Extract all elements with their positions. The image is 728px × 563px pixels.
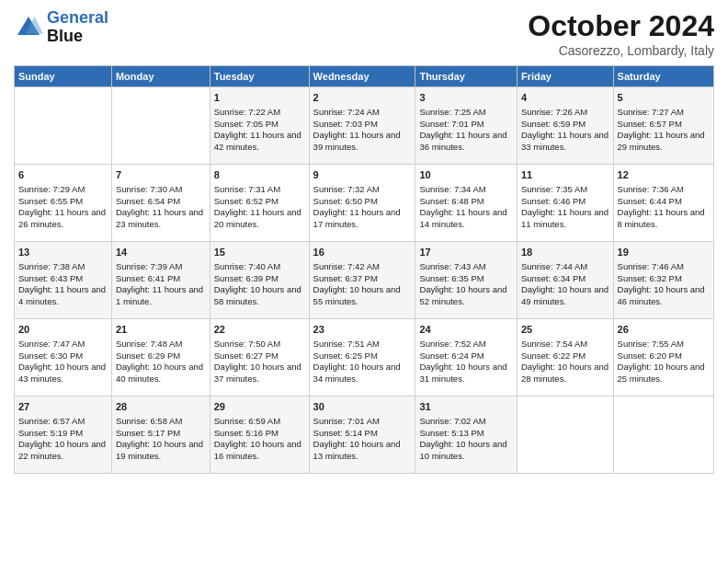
day-info: Daylight: 10 hours and 31 minutes. — [419, 362, 513, 385]
day-info: Sunset: 6:34 PM — [521, 273, 609, 285]
day-info: Sunrise: 7:27 AM — [618, 107, 710, 119]
day-info: Daylight: 11 hours and 29 minutes. — [618, 130, 710, 154]
day-info: Sunrise: 7:54 AM — [521, 339, 609, 350]
day-info: Sunset: 6:39 PM — [214, 273, 305, 285]
day-info: Sunrise: 7:02 AM — [419, 416, 513, 428]
day-info: Sunset: 6:59 PM — [521, 119, 609, 131]
day-info: Daylight: 10 hours and 58 minutes. — [214, 284, 305, 308]
day-number: 3 — [419, 91, 513, 105]
day-info: Daylight: 11 hours and 4 minutes. — [18, 284, 108, 308]
day-info: Daylight: 11 hours and 36 minutes. — [419, 130, 513, 154]
day-info: Daylight: 11 hours and 17 minutes. — [313, 207, 412, 231]
day-info: Sunrise: 6:59 AM — [214, 416, 305, 428]
day-number: 30 — [313, 400, 412, 414]
day-info: Sunset: 6:24 PM — [419, 350, 513, 362]
calendar-cell: 29Sunrise: 6:59 AMSunset: 5:16 PMDayligh… — [210, 396, 309, 474]
day-info: Sunrise: 6:57 AM — [18, 416, 108, 428]
day-info: Sunrise: 7:24 AM — [313, 107, 412, 119]
day-info: Daylight: 10 hours and 10 minutes. — [419, 439, 513, 463]
day-number: 29 — [214, 400, 305, 414]
calendar-cell: 21Sunrise: 7:48 AMSunset: 6:29 PMDayligh… — [111, 319, 210, 396]
day-info: Sunrise: 7:43 AM — [419, 261, 513, 273]
title-block: October 2024 Casorezzo, Lombardy, Italy — [528, 9, 714, 58]
day-info: Sunrise: 7:52 AM — [419, 339, 513, 350]
day-number: 4 — [521, 91, 609, 105]
day-info: Daylight: 10 hours and 55 minutes. — [313, 284, 412, 308]
calendar-cell: 4Sunrise: 7:26 AMSunset: 6:59 PMDaylight… — [517, 87, 613, 165]
day-info: Sunset: 5:17 PM — [116, 428, 206, 440]
day-info: Sunset: 6:27 PM — [214, 350, 305, 362]
day-info: Sunset: 6:55 PM — [18, 196, 108, 208]
day-info: Sunset: 5:14 PM — [313, 428, 412, 440]
calendar-cell: 3Sunrise: 7:25 AMSunset: 7:01 PMDaylight… — [415, 87, 518, 165]
day-info: Sunset: 6:43 PM — [18, 273, 108, 285]
day-number: 9 — [313, 168, 412, 182]
day-info: Sunset: 5:19 PM — [18, 428, 108, 440]
day-number: 14 — [116, 246, 206, 259]
day-info: Daylight: 11 hours and 26 minutes. — [18, 207, 108, 231]
day-info: Sunset: 6:30 PM — [18, 350, 108, 362]
day-info: Sunrise: 7:39 AM — [116, 261, 206, 273]
day-number: 23 — [313, 323, 412, 337]
calendar-cell: 11Sunrise: 7:35 AMSunset: 6:46 PMDayligh… — [517, 165, 613, 242]
day-info: Sunrise: 7:44 AM — [521, 261, 609, 273]
day-number: 20 — [18, 323, 108, 337]
calendar-cell: 30Sunrise: 7:01 AMSunset: 5:14 PMDayligh… — [309, 396, 415, 474]
calendar-cell: 5Sunrise: 7:27 AMSunset: 6:57 PMDaylight… — [613, 87, 713, 165]
header-day: Saturday — [613, 66, 713, 87]
calendar-cell: 26Sunrise: 7:55 AMSunset: 6:20 PMDayligh… — [613, 319, 713, 396]
day-info: Sunrise: 7:31 AM — [214, 184, 305, 196]
day-number: 26 — [618, 323, 710, 337]
calendar-table: SundayMondayTuesdayWednesdayThursdayFrid… — [14, 65, 714, 474]
day-info: Sunrise: 7:55 AM — [618, 339, 710, 350]
day-number: 1 — [214, 91, 305, 105]
calendar-cell: 13Sunrise: 7:38 AMSunset: 6:43 PMDayligh… — [15, 242, 112, 319]
day-info: Sunset: 6:25 PM — [313, 350, 412, 362]
day-number: 22 — [214, 323, 305, 337]
day-number: 24 — [419, 323, 513, 337]
day-number: 17 — [419, 246, 513, 259]
day-info: Sunset: 6:29 PM — [116, 350, 206, 362]
day-info: Sunset: 6:32 PM — [618, 273, 710, 285]
calendar-week: 27Sunrise: 6:57 AMSunset: 5:19 PMDayligh… — [15, 396, 714, 474]
day-number: 25 — [521, 323, 609, 337]
calendar-cell: 24Sunrise: 7:52 AMSunset: 6:24 PMDayligh… — [415, 319, 518, 396]
day-info: Daylight: 11 hours and 23 minutes. — [116, 207, 206, 231]
day-number: 31 — [419, 400, 513, 414]
logo: General Blue — [14, 9, 108, 46]
calendar-week: 20Sunrise: 7:47 AMSunset: 6:30 PMDayligh… — [15, 319, 714, 396]
header-day: Thursday — [415, 66, 518, 87]
day-number: 13 — [18, 246, 108, 259]
day-number: 2 — [313, 91, 412, 105]
day-info: Daylight: 11 hours and 8 minutes. — [618, 207, 710, 231]
calendar-cell — [15, 87, 112, 165]
day-number: 28 — [116, 400, 206, 414]
header-day: Tuesday — [210, 66, 309, 87]
day-info: Sunset: 6:41 PM — [116, 273, 206, 285]
day-number: 27 — [18, 400, 108, 414]
calendar-cell: 7Sunrise: 7:30 AMSunset: 6:54 PMDaylight… — [111, 165, 210, 242]
day-number: 16 — [313, 246, 412, 259]
day-info: Sunset: 6:44 PM — [618, 196, 710, 208]
logo-icon — [14, 13, 43, 42]
day-number: 18 — [521, 246, 609, 259]
day-info: Sunset: 6:54 PM — [116, 196, 206, 208]
calendar-cell: 23Sunrise: 7:51 AMSunset: 6:25 PMDayligh… — [309, 319, 415, 396]
calendar-cell: 9Sunrise: 7:32 AMSunset: 6:50 PMDaylight… — [309, 165, 415, 242]
day-info: Sunrise: 7:50 AM — [214, 339, 305, 350]
day-number: 5 — [618, 91, 710, 105]
day-info: Daylight: 10 hours and 28 minutes. — [521, 362, 609, 385]
day-info: Daylight: 10 hours and 49 minutes. — [521, 284, 609, 308]
calendar-week: 1Sunrise: 7:22 AMSunset: 7:05 PMDaylight… — [15, 87, 714, 165]
day-info: Sunrise: 7:30 AM — [116, 184, 206, 196]
day-info: Sunset: 6:37 PM — [313, 273, 412, 285]
calendar-cell: 18Sunrise: 7:44 AMSunset: 6:34 PMDayligh… — [517, 242, 613, 319]
day-info: Sunset: 6:35 PM — [419, 273, 513, 285]
day-number: 8 — [214, 168, 305, 182]
day-info: Sunset: 6:57 PM — [618, 119, 710, 131]
header-day: Friday — [517, 66, 613, 87]
header-day: Wednesday — [309, 66, 415, 87]
month-title: October 2024 — [528, 9, 714, 43]
day-number: 12 — [618, 168, 710, 182]
day-info: Daylight: 11 hours and 39 minutes. — [313, 130, 412, 154]
